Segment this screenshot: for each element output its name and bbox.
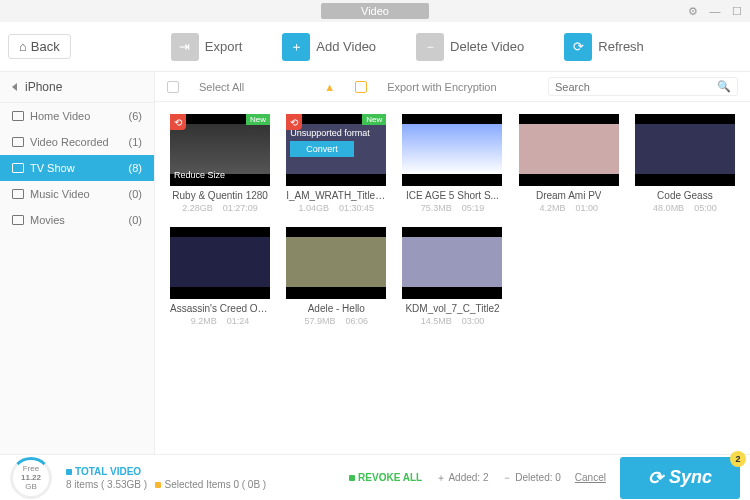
minimize-icon[interactable]: — (708, 4, 722, 18)
sidebar-device[interactable]: iPhone (0, 72, 154, 103)
add-video-icon: ＋ (282, 33, 310, 61)
refresh-button[interactable]: ⟳ Refresh (564, 33, 644, 61)
chevron-left-icon (12, 83, 17, 91)
footer: Free 11.22 GB TOTAL VIDEO 8 items ( 3.53… (0, 454, 750, 500)
new-badge: New (362, 114, 386, 125)
titlebar-title: Video (321, 3, 429, 19)
video-title: Dream Ami PV (536, 190, 602, 201)
overlay-convert: Unsupported format Convert (290, 128, 382, 157)
video-item[interactable]: Dream Ami PV 4.2MB01:00 (516, 114, 622, 213)
refresh-label: Refresh (598, 39, 644, 54)
delete-video-label: Delete Video (450, 39, 524, 54)
video-item[interactable]: ⟲ New Reduce Size Ruby & Quentin 1280 2.… (167, 114, 273, 213)
device-label: iPhone (25, 80, 62, 94)
video-item[interactable]: KDM_vol_7_C_Title2 14.5MB03:00 (399, 227, 505, 326)
sync-badge: 2 (730, 451, 746, 467)
selected-detail: Selected Items 0 ( 0B ) (164, 479, 266, 490)
refresh-icon: ⟳ (564, 33, 592, 61)
video-grid: ⟲ New Reduce Size Ruby & Quentin 1280 2.… (155, 102, 750, 454)
video-item[interactable]: Adele - Hello 57.9MB06:06 (283, 227, 389, 326)
encrypt-checkbox[interactable] (355, 81, 367, 93)
undo-icon: ⟲ (170, 114, 186, 130)
encrypt-label: Export with Encryption (387, 81, 496, 93)
sidebar-item-home-video[interactable]: Home Video(6) (0, 103, 154, 129)
added-count: Added: 2 (448, 472, 488, 483)
video-item[interactable]: Assassin's Creed Off... 9.2MB01:24 (167, 227, 273, 326)
video-title: I_AM_WRATH_Title23 (286, 190, 386, 201)
overlay-reduce: Reduce Size (174, 170, 225, 180)
sidebar-item-music-video[interactable]: Music Video(0) (0, 181, 154, 207)
selection-bar: Select All ▲ Export with Encryption 🔍 (155, 72, 750, 102)
select-all-label: Select All (199, 81, 244, 93)
delete-video-button[interactable]: － Delete Video (416, 33, 524, 61)
revoke-all-button[interactable]: REVOKE ALL (358, 472, 422, 483)
video-title: Adele - Hello (308, 303, 365, 314)
search-icon: 🔍 (717, 80, 731, 93)
video-title: KDM_vol_7_C_Title2 (405, 303, 499, 314)
sidebar-item-video-recorded[interactable]: Video Recorded(1) (0, 129, 154, 155)
sidebar-item-movies[interactable]: Movies(0) (0, 207, 154, 233)
gear-icon[interactable]: ⚙ (686, 4, 700, 18)
deleted-count: Deleted: 0 (515, 472, 561, 483)
total-video-label: TOTAL VIDEO (75, 466, 141, 477)
sync-icon: ⟳ (648, 467, 663, 489)
toolbar: ⌂ Back ⇥ Export ＋ Add Video － Delete Vid… (0, 22, 750, 72)
add-video-label: Add Video (316, 39, 376, 54)
convert-button[interactable]: Convert (290, 141, 354, 157)
search-box[interactable]: 🔍 (548, 77, 738, 96)
search-input[interactable] (555, 81, 717, 93)
export-label: Export (205, 39, 243, 54)
sync-button[interactable]: ⟳ Sync 2 (620, 457, 740, 499)
sidebar-list: Home Video(6) Video Recorded(1) TV Show(… (0, 103, 154, 233)
sidebar-item-tv-show[interactable]: TV Show(8) (0, 155, 154, 181)
video-item[interactable]: ⟲ New Unsupported format Convert I_AM_WR… (283, 114, 389, 213)
select-all-checkbox[interactable] (167, 81, 179, 93)
back-button[interactable]: ⌂ Back (8, 34, 71, 59)
video-item[interactable]: Code Geass 48.0MB05:00 (632, 114, 738, 213)
back-label: Back (31, 39, 60, 54)
video-item[interactable]: ICE AGE 5 Short S... 75.3MB05:19 (399, 114, 505, 213)
storage-gauge: Free 11.22 GB (10, 457, 52, 499)
new-badge: New (246, 114, 270, 125)
export-icon: ⇥ (171, 33, 199, 61)
add-video-button[interactable]: ＋ Add Video (282, 33, 376, 61)
cancel-button[interactable]: Cancel (575, 472, 606, 483)
delete-video-icon: － (416, 33, 444, 61)
video-title: Code Geass (657, 190, 713, 201)
titlebar: Video ⚙ — ☐ (0, 0, 750, 22)
home-icon: ⌂ (19, 39, 27, 54)
video-title: Ruby & Quentin 1280 (172, 190, 268, 201)
export-button[interactable]: ⇥ Export (171, 33, 243, 61)
total-detail: 8 items ( 3.53GB ) (66, 479, 147, 490)
warning-icon: ▲ (324, 81, 335, 93)
sidebar: iPhone Home Video(6) Video Recorded(1) T… (0, 72, 155, 454)
video-title: ICE AGE 5 Short S... (406, 190, 499, 201)
maximize-icon[interactable]: ☐ (730, 4, 744, 18)
video-title: Assassin's Creed Off... (170, 303, 270, 314)
